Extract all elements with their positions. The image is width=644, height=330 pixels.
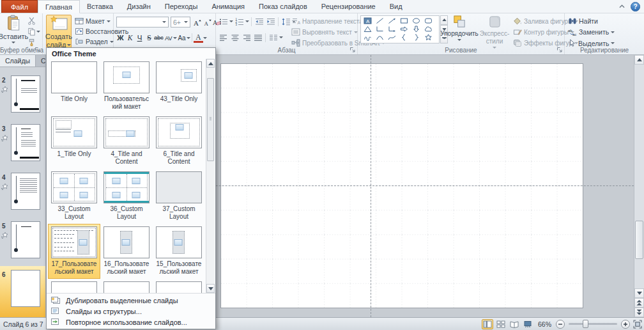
next-slide-icon[interactable]	[634, 308, 644, 317]
scroll-thumb[interactable]	[635, 221, 643, 259]
shape-line-icon[interactable]	[374, 17, 386, 25]
shape-star-icon[interactable]	[422, 33, 434, 42]
vertical-guide[interactable]	[371, 55, 371, 317]
menu-item-menu-dup[interactable]: Дублировать выделенные слайды	[47, 295, 215, 306]
bold-button[interactable]: Ж	[116, 33, 125, 43]
vertical-scrollbar[interactable]	[634, 55, 644, 317]
layout-37_Custom Layout[interactable]: 37_Custom Layout	[153, 169, 205, 224]
shape-down-arrow-icon[interactable]	[410, 25, 422, 33]
slide-thumbnail[interactable]	[11, 124, 40, 161]
align-text-button[interactable]: Выровнять текст	[291, 28, 358, 36]
tab-Вставка[interactable]: Вставка	[80, 0, 120, 13]
tab-Главная[interactable]: Главная	[38, 0, 80, 13]
menu-item-menu-outline[interactable]: Слайды из структуры...	[47, 306, 215, 317]
tab-Переходы[interactable]: Переходы	[158, 0, 205, 13]
find-button[interactable]: Найти	[568, 17, 598, 25]
format-painter-button[interactable]	[26, 38, 40, 47]
layout-Title Only[interactable]: Title Only	[48, 59, 100, 114]
replace-button[interactable]: abacЗаменить	[568, 28, 615, 36]
shape-cloud-icon[interactable]	[422, 25, 434, 33]
slide-thumbnail[interactable]	[11, 270, 40, 307]
layout-4_Title and Content[interactable]: 4_Title and Content	[100, 114, 153, 169]
columns-button[interactable]	[268, 33, 279, 42]
shape-right-arrow-icon[interactable]	[398, 25, 410, 33]
slide-thumbnail[interactable]	[11, 221, 40, 258]
scroll-down-icon[interactable]	[634, 288, 644, 298]
slide-thumbnail[interactable]	[11, 173, 40, 210]
align-left-button[interactable]	[218, 33, 229, 42]
shape-elbow-icon[interactable]	[374, 25, 386, 33]
slide-thumbnail-row-6[interactable]: 6	[0, 266, 46, 317]
font-name-combo[interactable]	[116, 17, 169, 28]
strikethrough-abc-button[interactable]: abc	[154, 33, 164, 43]
increase-indent-button[interactable]	[265, 17, 276, 26]
zoom-out-button[interactable]	[556, 320, 565, 329]
strikethrough-button[interactable]: S	[144, 33, 154, 43]
layout-1_Title Only[interactable]: 1_Title Only	[48, 114, 100, 169]
text-direction-button[interactable]: AНаправление текста	[291, 17, 369, 25]
layout-15_Пользовательский макет[interactable]: 15_Пользовательский макет	[153, 224, 205, 279]
view-reading-button[interactable]	[509, 319, 520, 329]
italic-button[interactable]: К	[125, 33, 135, 43]
animation-star-icon[interactable]	[1, 232, 8, 239]
shape-oval-icon[interactable]	[410, 17, 422, 25]
previous-slide-icon[interactable]	[634, 298, 644, 308]
tab-Дизайн[interactable]: Дизайн	[120, 0, 158, 13]
align-right-button[interactable]	[241, 33, 252, 42]
bullets-button[interactable]	[218, 17, 229, 26]
layout-6_Title and Content[interactable]: 6_Title and Content	[153, 114, 205, 169]
align-center-button[interactable]	[229, 33, 240, 42]
shape-rounded-rect-icon[interactable]	[422, 17, 434, 25]
animation-star-icon[interactable]	[1, 134, 8, 142]
tab-Рецензирование[interactable]: Рецензирование	[314, 0, 383, 13]
tab-Показ слайдов[interactable]: Показ слайдов	[252, 0, 314, 13]
gallery-scroll-thumb[interactable]	[207, 78, 214, 161]
tab-slides[interactable]: Слайды	[0, 55, 36, 67]
slide-thumbnail-row-3[interactable]: 3	[0, 120, 46, 168]
numbering-button[interactable]: 123	[234, 17, 245, 26]
shape-curve-icon[interactable]	[386, 33, 398, 42]
tab-Вид[interactable]: Вид	[383, 0, 410, 13]
shape-brace-left-icon[interactable]	[398, 33, 410, 42]
animation-star-icon[interactable]	[1, 86, 8, 93]
change-case-button[interactable]: Aa	[177, 33, 187, 43]
font-size-combo[interactable]: 6+	[171, 17, 190, 28]
section-button[interactable]: Раздел	[75, 38, 114, 45]
view-slideshow-button[interactable]	[522, 319, 533, 329]
layout-button[interactable]: Макет	[75, 17, 111, 25]
slide-thumbnail[interactable]	[11, 75, 40, 113]
paragraph-dialog-launcher-icon[interactable]	[349, 47, 356, 53]
layout-43_Title Only[interactable]: 43_Title Only	[153, 59, 205, 114]
shape-arc-icon[interactable]	[374, 33, 386, 42]
zoom-slider[interactable]	[569, 323, 617, 325]
line-spacing-button[interactable]	[280, 17, 291, 26]
decrease-indent-button[interactable]	[254, 17, 264, 26]
clipboard-dialog-launcher-icon[interactable]	[34, 47, 41, 53]
underline-button[interactable]: Ч	[135, 33, 144, 43]
layout-Пользовательский макет[interactable]: Пользовательский макет	[100, 59, 153, 114]
layout-partial[interactable]	[100, 279, 153, 293]
tab-Анимация[interactable]: Анимация	[204, 0, 252, 13]
fit-to-window-button[interactable]	[633, 320, 642, 329]
zoom-in-button[interactable]	[621, 320, 630, 329]
slide-thumbnail-row-4[interactable]: 4	[0, 169, 46, 216]
scroll-up-icon[interactable]	[634, 55, 644, 65]
layout-partial[interactable]	[48, 279, 100, 293]
layout-16_Пользовательский макет[interactable]: 16_Пользовательский макет	[100, 224, 153, 279]
character-spacing-button[interactable]: AV	[164, 33, 173, 43]
gallery-scroll-up-icon[interactable]	[206, 59, 215, 68]
tab-Файл[interactable]: Файл	[1, 0, 38, 13]
grow-font-button[interactable]: A	[192, 17, 203, 27]
collapse-ribbon-icon[interactable]	[617, 2, 627, 11]
layout-partial[interactable]	[153, 279, 205, 293]
justify-button[interactable]	[252, 33, 263, 42]
shape-triangle-icon[interactable]	[362, 25, 374, 33]
menu-item-menu-reuse[interactable]: Повторное использование слайдов...	[47, 317, 215, 327]
tab-outline[interactable]: Структура	[36, 55, 46, 67]
slide-thumbnail-row-5[interactable]: 5	[0, 217, 46, 265]
help-icon[interactable]: ?	[631, 2, 640, 12]
shape-arrow-icon[interactable]	[386, 17, 398, 25]
shape-textbox-icon[interactable]: A	[362, 17, 374, 25]
scroll-track[interactable]	[634, 65, 644, 288]
layout-17_Пользовательский макет[interactable]: 17_Пользовательский макет	[48, 224, 100, 279]
